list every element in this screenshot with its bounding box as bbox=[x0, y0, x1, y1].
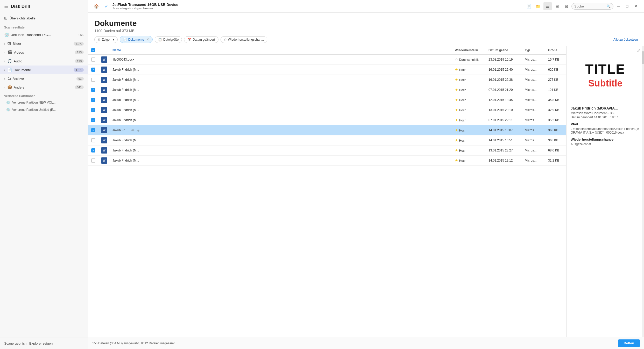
menu-icon[interactable]: ☰ bbox=[4, 4, 8, 9]
overview-button[interactable]: ⊞ Übersichtstabelle bbox=[0, 13, 88, 23]
star-empty-icon[interactable]: ☆ bbox=[455, 57, 458, 62]
split-view-button[interactable]: ⊟ bbox=[562, 2, 570, 10]
drive-item[interactable]: 💿 JetFlash Transcend 16G... 8.6K bbox=[0, 30, 88, 39]
star-icon[interactable]: ★ bbox=[455, 118, 458, 122]
filter-datum-button[interactable]: 📅 Datum geändert bbox=[184, 36, 218, 43]
table-row[interactable]: ✓ W Jakub Fridrich (M... ★ Hoch 12.01.20… bbox=[88, 95, 566, 105]
check-button[interactable]: ✓ bbox=[102, 2, 110, 10]
file-name-text: Jakub Fridrich (M... bbox=[112, 88, 139, 92]
row-checkbox[interactable]: ✓ bbox=[91, 148, 95, 152]
star-icon[interactable]: ★ bbox=[455, 158, 458, 163]
device-status: Scan erfolgreich abgeschlossen bbox=[112, 7, 523, 10]
recovery-cell: ★ Hoch bbox=[452, 105, 486, 115]
file-name-text: Jakub Fridrich (M... bbox=[112, 118, 139, 122]
table-row[interactable]: ✓ W Jakub Fri... 👁 # ★ Hoch 14.01.2015 1… bbox=[88, 125, 566, 135]
preview-scrollbar[interactable] bbox=[642, 46, 644, 337]
filter-reset-button[interactable]: Alle zurücksetzen bbox=[613, 38, 638, 41]
row-checkbox[interactable]: ✓ bbox=[91, 88, 95, 92]
filter-close-icon[interactable]: ✕ bbox=[146, 38, 149, 41]
grid-view-button[interactable]: ⊞ bbox=[553, 2, 561, 10]
table-row[interactable]: ✓ W Jakub Fridrich (M... ★ Hoch 07.01.20… bbox=[88, 85, 566, 95]
header-checkbox-col: − bbox=[88, 46, 98, 55]
preview-date-changed: Datum geändert 14.01.2015 18:07 bbox=[571, 115, 640, 119]
minimize-button[interactable]: ─ bbox=[614, 2, 622, 10]
table-row[interactable]: ✓ W Jakub Fridrich (M... ★ Hoch 13.01.20… bbox=[88, 146, 566, 156]
row-checkbox[interactable]: ✓ bbox=[91, 98, 95, 102]
status-bar: 156 Dateien (364 MB) ausgewählt, 8612 Da… bbox=[88, 337, 644, 349]
row-checkbox[interactable] bbox=[91, 158, 95, 163]
size-cell: 68.0 KB bbox=[546, 146, 566, 156]
checkbox-cell bbox=[88, 135, 98, 146]
header-name-col[interactable]: Name ↓ bbox=[110, 46, 452, 55]
close-button[interactable]: ✕ bbox=[632, 2, 640, 10]
tag-action-button[interactable]: # bbox=[137, 128, 140, 133]
row-checkbox[interactable]: ✓ bbox=[91, 68, 95, 72]
sidebar-item-archive[interactable]: › 🗂 Archive 91 bbox=[0, 74, 88, 83]
row-checkbox[interactable] bbox=[91, 57, 95, 62]
table-row[interactable]: W file000043.docx ☆ Durchschnittlic 23.0… bbox=[88, 55, 566, 65]
filter-zeigen-button[interactable]: ⚙ Zeigen ▾ bbox=[94, 36, 118, 43]
sidebar-item-videos[interactable]: › 🎬 Videos 113 bbox=[0, 48, 88, 57]
row-checkbox[interactable]: ✓ bbox=[91, 118, 95, 122]
sidebar-item-dokumente[interactable]: › 📄 Dokumente 1.1K bbox=[0, 66, 88, 74]
header-date-col[interactable]: Datum geänd... bbox=[486, 46, 522, 55]
lost-partition-untitled[interactable]: 💿 Verlorene Partition Untitled (E... bbox=[0, 106, 88, 113]
star-icon[interactable]: ★ bbox=[455, 138, 458, 142]
titlebar-controls: 📄 📁 ☰ ⊞ ⊟ 🔍 ─ □ ✕ bbox=[525, 2, 640, 10]
retten-button[interactable]: Retten bbox=[618, 339, 640, 347]
header-type-col[interactable]: Typ bbox=[522, 46, 546, 55]
sidebar-item-andere[interactable]: › 📦 Andere 541 bbox=[0, 83, 88, 92]
table-row[interactable]: W Jakub Fridrich (M... ★ Hoch 16.01.2015… bbox=[88, 75, 566, 85]
star-icon[interactable]: ★ bbox=[455, 98, 458, 102]
date-cell: 14.01.2015 19:12 bbox=[486, 156, 522, 166]
file-name-cell: file000043.docx bbox=[110, 55, 452, 65]
drive-icon: 💿 bbox=[4, 32, 9, 37]
star-icon[interactable]: ★ bbox=[455, 148, 458, 152]
table-row[interactable]: W Jakub Fridrich (M... ★ Hoch 14.01.2015… bbox=[88, 135, 566, 146]
star-filter-icon: ☆ bbox=[224, 38, 227, 41]
checkbox-cell: ✓ bbox=[88, 85, 98, 95]
size-cell: 620 KB bbox=[546, 65, 566, 75]
table-row[interactable]: W Jakub Fridrich (M... ★ Hoch 14.01.2015… bbox=[88, 156, 566, 166]
expand-icon[interactable]: ⤢ bbox=[637, 48, 640, 53]
list-view-button[interactable]: ☰ bbox=[543, 2, 552, 10]
file-name-text: Jakub Fridrich (M... bbox=[112, 108, 139, 112]
header-size-col[interactable]: Größe bbox=[546, 46, 566, 55]
preview-action-button[interactable]: 👁 bbox=[130, 128, 136, 133]
star-icon[interactable]: ★ bbox=[455, 128, 458, 132]
file-table-container[interactable]: − Name ↓ Wiederherstellu... Datum geänd.… bbox=[88, 46, 566, 337]
star-icon[interactable]: ★ bbox=[455, 68, 458, 72]
icon-cell: W bbox=[98, 95, 110, 105]
select-all-checkbox[interactable]: − bbox=[91, 48, 95, 52]
filter-wiederherstellung-button[interactable]: ☆ Wiederherstellungschan... bbox=[221, 36, 267, 43]
row-checkbox[interactable] bbox=[91, 78, 95, 82]
folder-view-button[interactable]: 📁 bbox=[534, 2, 542, 10]
home-button[interactable]: 🏠 bbox=[92, 2, 101, 10]
scan-results-label: Scanresultate bbox=[0, 23, 88, 30]
sidebar-item-bilder[interactable]: › 🖼 Bilder 6.7K bbox=[0, 39, 88, 48]
search-input[interactable] bbox=[574, 4, 605, 8]
sidebar-item-audio[interactable]: › 🎵 Audio 113 bbox=[0, 57, 88, 66]
file-view-button[interactable]: 📄 bbox=[525, 2, 533, 10]
row-checkbox[interactable]: ✓ bbox=[91, 128, 95, 132]
row-checkbox[interactable] bbox=[91, 138, 95, 142]
table-row[interactable]: ✓ W Jakub Fridrich (M... ★ Hoch 13.01.20… bbox=[88, 105, 566, 115]
filter-dateigroesse-button[interactable]: 📋 Dateigröße bbox=[155, 36, 182, 43]
star-icon[interactable]: ★ bbox=[455, 88, 458, 92]
scan-result-button[interactable]: Scanergebnis in Explorer zeigen bbox=[4, 341, 53, 345]
star-icon[interactable]: ★ bbox=[455, 78, 458, 82]
row-checkbox[interactable]: ✓ bbox=[91, 108, 95, 112]
table-row[interactable]: ✓ W Jakub Fridrich (M... ★ Hoch 07.01.20… bbox=[88, 115, 566, 125]
preview-image-area: TITLE Subtitle bbox=[567, 46, 644, 103]
filter-dokumente-button[interactable]: 📄 Dokumente ✕ bbox=[120, 36, 153, 43]
header-recovery-col[interactable]: Wiederherstellu... bbox=[452, 46, 486, 55]
table-row[interactable]: ✓ W Jakub Fridrich (M... ★ Hoch 16.01.20… bbox=[88, 65, 566, 75]
sidebar-count: 541 bbox=[75, 85, 84, 89]
star-icon[interactable]: ★ bbox=[455, 108, 458, 112]
sidebar-categories: › 🖼 Bilder 6.7K › 🎬 Videos 113 › 🎵 Audio… bbox=[0, 39, 88, 92]
recovery-text: Hoch bbox=[459, 98, 466, 102]
page-title: Dokumente bbox=[94, 19, 638, 28]
maximize-button[interactable]: □ bbox=[623, 2, 631, 10]
icon-cell: W bbox=[98, 156, 110, 166]
lost-partition-vol[interactable]: 💿 Verlorene Partition NEW VOL... bbox=[0, 99, 88, 106]
